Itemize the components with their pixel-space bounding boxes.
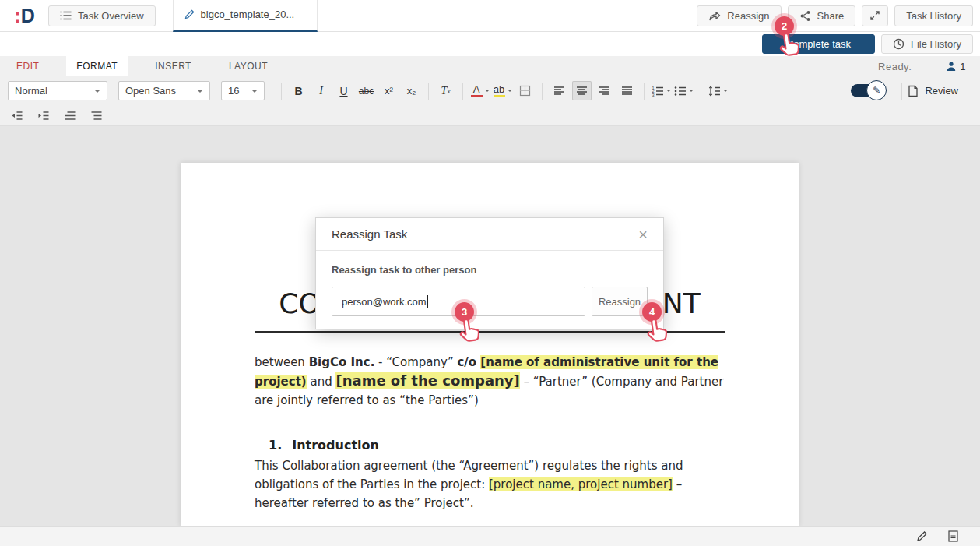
file-history-button[interactable]: File History [881,34,973,54]
person-icon [946,61,957,72]
font-size-value: 16 [228,85,239,97]
subscript-button[interactable]: x₂ [402,81,421,100]
review-label: Review [925,85,958,97]
heading-number: 1. [269,438,282,453]
logo-letter: D [21,5,34,27]
modal-title: Reassign Task [332,227,407,241]
tab-insert[interactable]: INSERT [145,56,202,76]
indent-increase-icon [37,111,50,121]
line-spacing-button[interactable] [708,81,728,100]
indent-decrease-icon [11,111,23,121]
numbered-list-button[interactable]: 123 [652,81,671,100]
reassign-form-row: person@work.com Reassign [332,287,648,316]
dropdown-caret-icon [94,90,100,93]
modal-header: Reassign Task × [316,218,663,251]
email-input-value: person@work.com [342,296,427,308]
paragraph-style-value: Normal [15,85,47,97]
toolbar-separator [428,83,429,100]
document-tab[interactable]: bigco_template_20... [173,0,318,32]
task-overview-button[interactable]: Task Overview [48,5,156,26]
paragraph-agreement: This Collaboration agreement (the “Agree… [255,456,725,513]
first-line-indent-button[interactable] [64,111,76,121]
bold-button[interactable]: B [289,81,308,100]
edit-pencil-icon[interactable] [916,530,928,542]
paragraph-parties: between BigCo Inc. - “Company” c/o [name… [255,353,725,410]
dropdown-caret-icon [251,90,258,93]
clear-formatting-button[interactable]: Tx [436,81,455,100]
hanging-indent-button[interactable] [90,111,103,121]
justify-button[interactable] [617,81,637,100]
status-area: Ready. 1 [878,56,980,76]
task-history-label: Task History [906,10,961,22]
toolbar-separator [901,83,902,100]
toolbar-separator [462,83,463,100]
dropdown-caret-icon [689,90,694,92]
align-right-icon [599,86,610,97]
page-content: COLLABORATION AGREEMENT between BigCo In… [181,163,799,513]
dropdown-caret-icon [723,90,728,92]
highlight-swatch [494,95,505,97]
active-users[interactable]: 1 [946,61,966,72]
dropdown-caret-icon [666,90,671,92]
file-history-label: File History [911,38,961,50]
dropdown-caret-icon [485,90,490,92]
reassign-submit-button[interactable]: Reassign [592,287,648,316]
indent-toolbar [0,105,980,126]
hand-cursor-icon [643,316,669,344]
bullet-list-button[interactable] [674,81,694,100]
text-run-bold: BigCo Inc. [309,355,375,369]
close-icon[interactable]: × [638,227,648,242]
paragraph-style-select[interactable]: Normal [8,81,107,100]
brand-logo[interactable]: : D [0,5,48,27]
user-count: 1 [960,61,966,72]
borders-button[interactable] [515,81,535,100]
pencil-icon [184,9,195,19]
text-caret [427,295,428,308]
tab-layout[interactable]: LAYOUT [219,56,278,76]
document-outline-icon[interactable] [948,530,958,542]
placeholder-company-name: [name of the company] [335,372,519,389]
underline-button[interactable]: U [334,81,353,100]
toolbar-separator [542,83,543,100]
highlight-color-button[interactable]: ab [493,81,512,100]
reassign-submit-label: Reassign [599,296,641,308]
clear-formatting-x: x [447,87,450,95]
numbered-list-icon: 123 [652,86,664,97]
indent-decrease-button[interactable] [11,111,23,121]
borders-grid-icon [519,85,531,97]
task-history-button[interactable]: Task History [894,5,973,26]
format-toolbar: Normal Open Sans 16 B I U abc x² x₂ Tx A… [0,76,980,105]
share-nodes-icon [799,10,811,22]
expand-icon [869,10,880,21]
dropdown-caret-icon [508,90,512,92]
font-size-select[interactable]: 16 [221,81,265,100]
tab-format[interactable]: FORMAT [66,56,128,76]
toolbar-separator [281,83,282,100]
align-center-button[interactable] [572,81,592,100]
italic-button[interactable]: I [311,81,331,100]
track-changes-toggle[interactable]: ✎ [851,84,879,97]
align-left-button[interactable] [550,81,569,100]
align-left-icon [553,86,565,97]
indent-increase-button[interactable] [37,111,50,121]
expand-button[interactable] [862,5,888,26]
text-run: and [307,375,336,389]
reassign-button[interactable]: Reassign [697,5,781,26]
font-color-button[interactable]: A [470,81,490,100]
tab-edit[interactable]: EDIT [6,56,49,76]
top-bar: : D Task Overview bigco_template_20... R… [0,0,980,32]
step-badge-2: 2 [775,16,800,60]
document-tab-label: bigco_template_20... [201,9,295,20]
topbar-actions: Reassign Share Task History [697,5,980,26]
superscript-button[interactable]: x² [379,81,399,100]
highlight-label: ab [494,84,504,94]
font-color-swatch [471,95,483,97]
justify-icon [621,86,633,97]
clock-icon [893,38,904,50]
font-family-select[interactable]: Open Sans [118,81,210,100]
review-button[interactable]: Review [908,85,958,97]
reassign-label: Reassign [727,10,769,22]
align-right-button[interactable] [595,81,614,100]
task-overview-label: Task Overview [78,10,144,22]
strikethrough-button[interactable]: abc [357,81,376,100]
